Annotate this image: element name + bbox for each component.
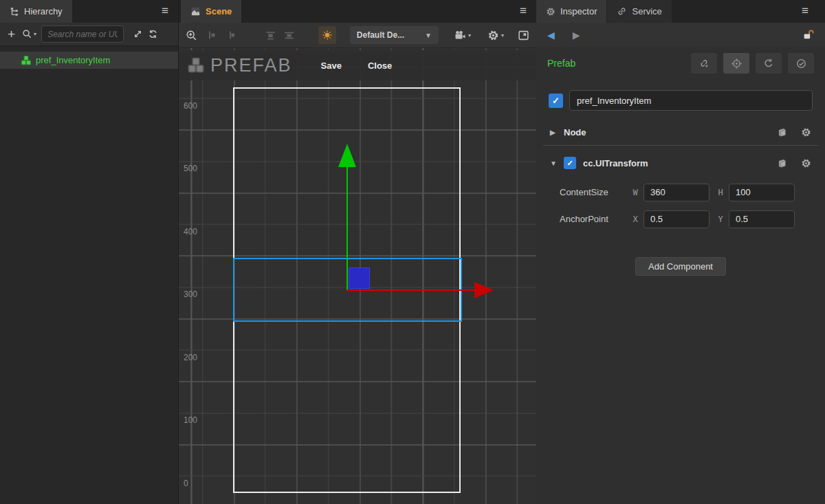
- tree-item-pref-inventoryitem[interactable]: pref_InventoryItem: [0, 52, 178, 69]
- prefab-reset-button[interactable]: [756, 53, 782, 74]
- gizmo-x-axis-line: [347, 289, 475, 291]
- service-link-icon: [617, 6, 627, 17]
- prefab-apply-button[interactable]: [788, 53, 814, 74]
- lock-icon[interactable]: [802, 29, 814, 41]
- uitransform-docs-icon[interactable]: [777, 158, 787, 168]
- anchor-point-x-input[interactable]: [644, 210, 710, 228]
- camera-caret-icon: ▾: [468, 32, 471, 39]
- prefab-mode-title: PREFAB: [210, 55, 292, 76]
- content-size-w-input[interactable]: [644, 184, 710, 201]
- node-name-input[interactable]: [569, 90, 813, 111]
- tab-inspector[interactable]: Inspector: [536, 0, 606, 23]
- content-size-h-input[interactable]: [729, 184, 795, 201]
- gizmo-xy-plane-handle[interactable]: [349, 267, 370, 289]
- node-active-checkbox[interactable]: ✓: [549, 94, 563, 108]
- prefab-locate-button[interactable]: [723, 53, 749, 74]
- add-component-button[interactable]: Add Component: [635, 257, 726, 276]
- prefab-bar-cube-icon: [187, 56, 205, 74]
- hierarchy-menu-icon[interactable]: ≡: [162, 4, 168, 18]
- display-mode-caret-icon: ▼: [425, 32, 432, 39]
- anchor-point-y-label: Y: [715, 215, 726, 224]
- zoom-tool-icon[interactable]: [186, 30, 197, 41]
- prefab-asset-label: Prefab: [547, 58, 575, 69]
- uitransform-enabled-checkbox[interactable]: ✓: [564, 157, 576, 169]
- anchor-point-label: AnchorPoint: [549, 214, 630, 224]
- search-icon: [22, 29, 32, 39]
- scene-menu-icon[interactable]: ≡: [520, 4, 527, 18]
- anchor-point-y-input[interactable]: [729, 210, 795, 228]
- prefab-save-button[interactable]: Save: [321, 61, 342, 71]
- align-left-icon[interactable]: [207, 30, 218, 41]
- uitransform-collapse-icon[interactable]: ▼: [550, 160, 557, 167]
- scene-light-button[interactable]: [318, 26, 336, 44]
- content-size-row: ContentSize W H: [536, 183, 825, 201]
- ruler-label-200: 200: [184, 353, 203, 362]
- tab-scene[interactable]: Scene: [181, 0, 241, 23]
- hierarchy-search-input[interactable]: [41, 25, 124, 43]
- section-divider: [543, 145, 818, 146]
- anchor-point-row: AnchorPoint X Y: [536, 210, 825, 228]
- prefab-close-button[interactable]: Close: [368, 61, 392, 71]
- prefab-action-buttons: [691, 53, 814, 74]
- content-size-w-label: W: [630, 188, 641, 197]
- search-filter-caret-icon: ▾: [34, 31, 36, 37]
- ruler-label-100: 100: [184, 415, 203, 425]
- tab-inspector-label: Inspector: [560, 6, 597, 17]
- ruler-label-0: 0: [184, 479, 203, 488]
- ruler-label-300: 300: [184, 289, 203, 299]
- uitransform-section-icons: [777, 158, 811, 168]
- anchor-point-x-label: X: [630, 215, 641, 224]
- scene-toolbar: Default De... ▼ ▾ ▾: [179, 23, 536, 48]
- tab-service[interactable]: Service: [607, 0, 671, 23]
- scene-gear-icon[interactable]: ▾: [487, 30, 504, 41]
- prefab-asset-row: Prefab: [536, 51, 825, 76]
- gizmo-y-axis-line: [346, 166, 348, 290]
- history-back-button[interactable]: ◀: [547, 30, 555, 41]
- camera-settings-icon[interactable]: ▾: [454, 30, 471, 41]
- uitransform-gear-icon[interactable]: [801, 158, 811, 168]
- hierarchy-tabbar: Hierarchy ≡: [0, 0, 178, 23]
- node-gear-icon[interactable]: [801, 127, 811, 138]
- tab-scene-label: Scene: [206, 6, 232, 17]
- prefab-cube-icon: [21, 55, 32, 66]
- gizmo-x-axis-arrow[interactable]: [474, 282, 494, 298]
- uitransform-section-header[interactable]: ▼ ✓ cc.UITransform: [536, 151, 825, 175]
- ruler-label-400: 400: [184, 227, 203, 237]
- ruler-label-500: 500: [184, 164, 203, 173]
- expand-all-icon[interactable]: [133, 29, 143, 39]
- refresh-icon[interactable]: [148, 29, 158, 39]
- tab-hierarchy[interactable]: Hierarchy: [0, 0, 72, 23]
- scene-tabbar: Scene ≡: [179, 0, 536, 23]
- add-component-wrap: Add Component: [536, 257, 825, 276]
- editor-window: Hierarchy ≡ + ▾: [0, 0, 825, 504]
- node-section-label: Node: [564, 127, 586, 138]
- scene-panel: Scene ≡: [179, 0, 536, 504]
- prefab-edit-bar: PREFAB Save Close: [179, 50, 536, 80]
- tree-item-label: pref_InventoryItem: [36, 55, 110, 65]
- gizmo-y-axis-arrow[interactable]: [338, 144, 356, 167]
- inspector-menu-icon[interactable]: ≡: [802, 4, 808, 18]
- search-filter-button[interactable]: ▾: [22, 29, 36, 39]
- distribute-top-icon[interactable]: [265, 30, 276, 41]
- tab-service-label: Service: [632, 6, 661, 17]
- prefab-unlink-button[interactable]: [691, 53, 717, 74]
- create-node-button[interactable]: +: [6, 28, 17, 41]
- node-section-header[interactable]: ▶ Node: [536, 120, 825, 144]
- distribute-center-icon[interactable]: [283, 30, 295, 41]
- history-forward-button[interactable]: ▶: [573, 30, 580, 41]
- content-size-h-label: H: [715, 188, 726, 197]
- display-mode-dropdown[interactable]: Default De... ▼: [350, 26, 439, 44]
- node-collapse-icon[interactable]: ▶: [550, 129, 557, 136]
- hierarchy-panel: Hierarchy ≡ + ▾: [0, 0, 179, 504]
- node-name-row: ✓: [536, 90, 825, 111]
- align-center-h-icon[interactable]: [225, 30, 236, 41]
- tab-hierarchy-label: Hierarchy: [24, 6, 63, 17]
- inspector-panel: Inspector Service ≡ ◀ ▶: [536, 0, 825, 504]
- layout-grid-icon[interactable]: [518, 30, 529, 41]
- content-size-label: ContentSize: [549, 187, 630, 197]
- gear-caret-icon: ▾: [501, 32, 504, 39]
- inspector-navrow: ◀ ▶: [536, 23, 825, 47]
- hierarchy-toolbar: + ▾: [0, 23, 178, 47]
- node-docs-icon[interactable]: [777, 127, 787, 138]
- scene-viewport[interactable]: 600 500 400 300 200 100 0: [179, 48, 536, 504]
